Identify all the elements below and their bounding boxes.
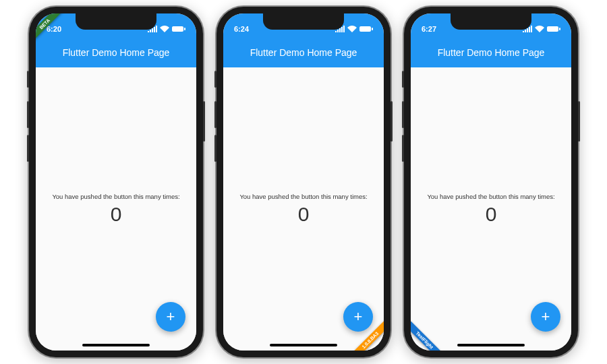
phone-mockup: TestFlight 6:27 Flutter Demo Home Page Y… [404,7,578,357]
fab-increment[interactable]: + [343,302,373,332]
plus-icon: + [542,308,550,326]
home-indicator[interactable] [82,344,150,346]
power-button [391,101,393,142]
status-time: 6:20 [47,25,61,33]
wifi-icon [160,26,169,32]
app-bar: Flutter Demo Home Page [223,38,384,67]
home-indicator[interactable] [457,344,525,346]
screen: BETA 6:20 Flutter Demo Home Page You hav… [36,13,196,351]
notch [263,13,344,30]
volume-up [27,101,29,128]
volume-down [402,135,404,162]
content-area: You have pushed the button this many tim… [223,67,384,351]
battery-icon [359,26,373,32]
app-bar-title: Flutter Demo Home Page [250,47,357,58]
mute-switch [402,71,404,88]
app-bar: Flutter Demo Home Page [36,38,196,67]
svg-rect-2 [359,26,371,32]
counter-value: 0 [111,203,122,226]
battery-icon [172,26,185,32]
svg-rect-5 [559,28,560,30]
power-button [203,101,205,142]
counter-prompt: You have pushed the button this many tim… [427,193,554,200]
screen: TestFlight 6:27 Flutter Demo Home Page Y… [411,13,571,351]
fab-increment[interactable]: + [156,302,185,332]
battery-icon [547,26,560,32]
volume-down [27,135,29,162]
counter-value: 0 [298,203,310,226]
counter-prompt: You have pushed the button this many tim… [239,193,367,200]
mute-switch [27,71,29,88]
svg-rect-1 [184,28,185,30]
counter-value: 0 [486,203,497,226]
counter-prompt: You have pushed the button this many tim… [52,193,179,200]
app-bar: Flutter Demo Home Page [411,38,571,67]
status-time: 6:27 [422,25,436,33]
status-time: 6:24 [234,25,249,33]
plus-icon: + [167,308,175,326]
plus-icon: + [354,308,363,326]
volume-down [214,135,216,162]
svg-rect-3 [372,28,373,30]
content-area: You have pushed the button this many tim… [411,67,571,351]
notch [76,13,156,30]
mute-switch [214,71,216,88]
notch [451,13,531,30]
phone-mockup: 1.0.8.BA3 6:24 Flutter Demo Home Page Yo… [216,7,391,357]
volume-up [214,101,216,128]
fab-increment[interactable]: + [531,302,560,332]
volume-up [402,101,404,128]
home-indicator[interactable] [270,344,337,346]
phone-mockup: BETA 6:20 Flutter Demo Home Page You hav… [29,7,203,357]
svg-rect-4 [547,26,558,32]
wifi-icon [535,26,544,32]
app-bar-title: Flutter Demo Home Page [63,47,170,58]
power-button [578,101,580,142]
screen: 1.0.8.BA3 6:24 Flutter Demo Home Page Yo… [223,13,384,351]
app-bar-title: Flutter Demo Home Page [438,47,545,58]
wifi-icon [347,26,357,32]
svg-rect-0 [172,26,183,32]
content-area: You have pushed the button this many tim… [36,67,196,351]
